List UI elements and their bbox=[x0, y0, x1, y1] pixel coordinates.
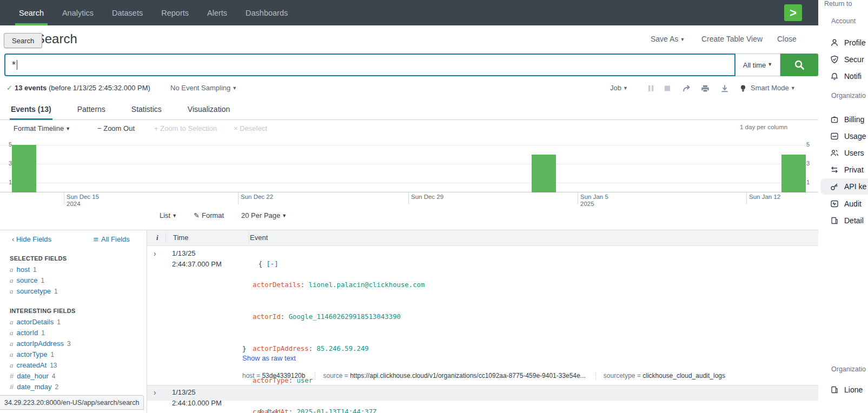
chevron-down-icon: ▼ bbox=[282, 213, 287, 218]
histogram-bar[interactable] bbox=[781, 155, 806, 192]
chevron-down-icon: ▼ bbox=[791, 85, 796, 91]
meta-host[interactable]: host53de4339120b bbox=[242, 372, 315, 379]
format-button[interactable]: ✎ Format bbox=[194, 211, 224, 219]
format-timeline-dropdown[interactable]: Format Timeline▼ bbox=[14, 124, 70, 132]
cloud-settings-panel: Return to Account Profile Secur Notifi O… bbox=[818, 0, 868, 413]
results-tabs: Events (13) Patterns Statistics Visualiz… bbox=[0, 101, 818, 120]
nav-item-alerts[interactable]: Alerts bbox=[198, 0, 236, 25]
zoom-to-selection-button[interactable]: + Zoom to Selection bbox=[154, 124, 217, 132]
panel-item-profile[interactable]: Profile bbox=[820, 35, 868, 51]
field-date-hour[interactable]: #date_hour4 bbox=[10, 372, 55, 380]
search-input[interactable]: * bbox=[4, 54, 736, 76]
stop-button[interactable] bbox=[664, 85, 671, 92]
zoom-out-button[interactable]: − Zoom Out bbox=[97, 124, 135, 132]
panel-item-organization-lionel[interactable]: Lione bbox=[820, 382, 868, 398]
field-actordetails[interactable]: aactorDetails1 bbox=[10, 318, 61, 327]
y-axis-label: 3 bbox=[3, 160, 12, 166]
job-dropdown[interactable]: Job▼ bbox=[610, 84, 628, 92]
tab-patterns[interactable]: Patterns bbox=[76, 101, 107, 119]
chevron-down-icon: ▼ bbox=[767, 62, 772, 67]
nav-item-analytics[interactable]: Analytics bbox=[53, 0, 103, 25]
gridline bbox=[0, 145, 805, 145]
field-actortype[interactable]: aactorType1 bbox=[10, 350, 54, 359]
browser-status-url: 34.29.223.20:8000/en-US/app/search/searc… bbox=[0, 395, 144, 410]
histogram-x-axis: Sun Dec 15 2024Sun Dec 22Sun Dec 29Sun J… bbox=[0, 192, 818, 206]
building-icon bbox=[830, 216, 839, 225]
selected-fields-header: SELECTED FIELDS bbox=[10, 255, 67, 262]
x-axis-label: Sun Jan 5 2025 bbox=[580, 194, 608, 208]
job-status-row: ✓ 13 events (before 1/13/25 2:45:32.000 … bbox=[0, 80, 818, 97]
share-button[interactable] bbox=[683, 85, 692, 92]
export-button[interactable] bbox=[721, 85, 728, 92]
field-actoripaddress[interactable]: aactorIpAddress3 bbox=[10, 339, 71, 348]
tab-events[interactable]: Events (13) bbox=[10, 101, 52, 119]
nav-item-reports[interactable]: Reports bbox=[152, 0, 198, 25]
audit-log-icon bbox=[830, 199, 839, 208]
print-button[interactable] bbox=[701, 85, 710, 92]
column-divider bbox=[249, 232, 249, 243]
y-axis-label: 5 bbox=[806, 141, 815, 148]
meta-sourcetype[interactable]: sourcetypeclickhouse_cloud_audit_logs bbox=[604, 372, 735, 379]
tab-statistics[interactable]: Statistics bbox=[130, 101, 163, 119]
panel-item-details[interactable]: Detail bbox=[820, 212, 868, 229]
histogram-bar[interactable] bbox=[12, 145, 36, 192]
tab-visualization[interactable]: Visualization bbox=[187, 101, 231, 119]
nav-item-datasets[interactable]: Datasets bbox=[103, 0, 152, 25]
event-sampling-dropdown[interactable]: No Event Sampling▼ bbox=[170, 84, 237, 92]
event-meta-row: host53de4339120b sourcehttps://api.click… bbox=[242, 372, 743, 379]
panel-item-billing[interactable]: Billing bbox=[820, 111, 868, 128]
create-table-view-button[interactable]: Create Table View bbox=[701, 35, 763, 43]
panel-item-security[interactable]: Secur bbox=[820, 51, 868, 68]
histogram-bar[interactable] bbox=[532, 155, 556, 192]
x-axis-tick bbox=[64, 192, 64, 204]
smart-mode-dropdown[interactable]: Smart Mode▼ bbox=[751, 84, 796, 92]
splunk-logo-icon[interactable]: > bbox=[784, 4, 802, 21]
column-divider bbox=[165, 232, 166, 243]
panel-item-usage[interactable]: Usage bbox=[820, 128, 868, 144]
x-axis-tick bbox=[746, 192, 747, 204]
per-page-dropdown[interactable]: 20 Per Page▼ bbox=[241, 211, 287, 219]
panel-item-private-endpoints[interactable]: Privat bbox=[820, 162, 868, 178]
close-button[interactable]: Close bbox=[777, 35, 797, 43]
splunk-app-window: Search Analytics Datasets Reports Alerts… bbox=[0, 0, 818, 413]
interesting-fields-header: INTERESTING FIELDS bbox=[10, 308, 76, 314]
show-raw-text-link[interactable]: Show as raw text bbox=[242, 354, 296, 362]
field-actorid[interactable]: aactorId1 bbox=[10, 329, 45, 337]
meta-source[interactable]: sourcehttps://api.clickhouse.cloud/v1/or… bbox=[323, 372, 595, 379]
field-host[interactable]: ahost1 bbox=[10, 265, 37, 274]
text-cursor bbox=[17, 60, 17, 70]
save-as-button[interactable]: Save As▼ bbox=[651, 35, 685, 43]
deselect-button[interactable]: × Deselect bbox=[234, 124, 267, 132]
magnifier-icon bbox=[794, 59, 805, 70]
arrows-swap-icon bbox=[830, 165, 839, 174]
pause-button[interactable] bbox=[648, 85, 654, 92]
y-axis-label: 3 bbox=[806, 160, 815, 166]
smart-mode-bulb-icon bbox=[740, 85, 746, 92]
time-range-picker[interactable]: All time▼ bbox=[736, 54, 780, 76]
fields-sidebar: ‹ Hide Fields ≡ All Fields SELECTED FIEL… bbox=[0, 230, 147, 413]
field-createdat[interactable]: acreatedAt13 bbox=[10, 361, 57, 370]
histogram-plot[interactable]: 553311 bbox=[0, 139, 818, 192]
col-time: Time bbox=[173, 234, 188, 242]
nav-item-search[interactable]: Search bbox=[10, 0, 53, 25]
field-source[interactable]: asource1 bbox=[10, 276, 44, 285]
field-sourcetype[interactable]: asourcetype1 bbox=[10, 287, 58, 296]
panel-item-users[interactable]: Users bbox=[820, 145, 868, 161]
x-axis-label: Sun Jan 12 bbox=[749, 194, 780, 201]
y-axis-label: 1 bbox=[3, 179, 12, 185]
event-expand-chevron[interactable]: › bbox=[154, 388, 156, 397]
field-date-mday[interactable]: #date_mday2 bbox=[10, 383, 58, 391]
chevron-down-icon: ▼ bbox=[172, 213, 177, 218]
chevron-down-icon: ▼ bbox=[232, 85, 237, 91]
event-expand-chevron[interactable]: › bbox=[154, 249, 156, 258]
pencil-icon: ✎ bbox=[194, 211, 202, 219]
panel-item-notifications[interactable]: Notifi bbox=[820, 68, 868, 84]
search-button[interactable] bbox=[780, 54, 818, 76]
list-view-dropdown[interactable]: List▼ bbox=[160, 211, 177, 219]
all-fields-link[interactable]: ≡ All Fields bbox=[93, 235, 130, 243]
hide-fields-link[interactable]: ‹ Hide Fields bbox=[12, 235, 51, 243]
panel-item-audit[interactable]: Audit bbox=[820, 196, 868, 212]
panel-item-api-keys[interactable]: API ke bbox=[820, 178, 868, 195]
return-to-link[interactable]: Return to bbox=[824, 0, 852, 8]
nav-item-dashboards[interactable]: Dashboards bbox=[236, 0, 297, 25]
